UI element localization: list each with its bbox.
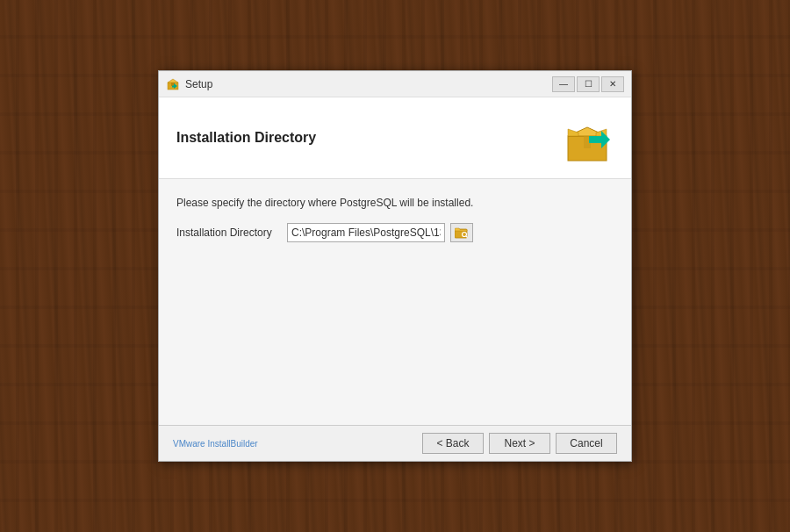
svg-marker-1 <box>168 79 178 83</box>
setup-window: Setup — ☐ ✕ Installation Directory Ple <box>158 70 632 462</box>
window-controls: — ☐ ✕ <box>552 76 624 92</box>
directory-field-row: Installation Directory <box>176 223 614 242</box>
installer-icon <box>561 111 614 164</box>
directory-input[interactable] <box>287 223 445 242</box>
brand-label: VMware InstallBuilder <box>173 439 258 449</box>
directory-label: Installation Directory <box>176 226 282 239</box>
next-button[interactable]: Next > <box>489 433 550 454</box>
back-button[interactable]: < Back <box>422 433 484 454</box>
close-button[interactable]: ✕ <box>601 76 624 92</box>
page-title: Installation Directory <box>176 130 316 146</box>
folder-icon <box>455 226 469 239</box>
description-text: Please specify the directory where Postg… <box>176 197 614 209</box>
footer-buttons: < Back Next > Cancel <box>422 433 617 454</box>
svg-rect-4 <box>172 85 176 87</box>
svg-rect-11 <box>589 136 603 143</box>
minimize-button[interactable]: — <box>552 76 575 92</box>
maximize-button[interactable]: ☐ <box>577 76 600 92</box>
browse-button[interactable] <box>450 223 473 242</box>
header-section: Installation Directory <box>159 97 631 179</box>
footer-section: VMware InstallBuilder < Back Next > Canc… <box>159 425 631 461</box>
cancel-button[interactable]: Cancel <box>556 433 617 454</box>
window-title: Setup <box>185 78 552 90</box>
titlebar: Setup — ☐ ✕ <box>159 71 631 97</box>
svg-marker-7 <box>568 129 578 136</box>
content-section: Please specify the directory where Postg… <box>159 179 631 425</box>
titlebar-icon <box>166 77 180 91</box>
